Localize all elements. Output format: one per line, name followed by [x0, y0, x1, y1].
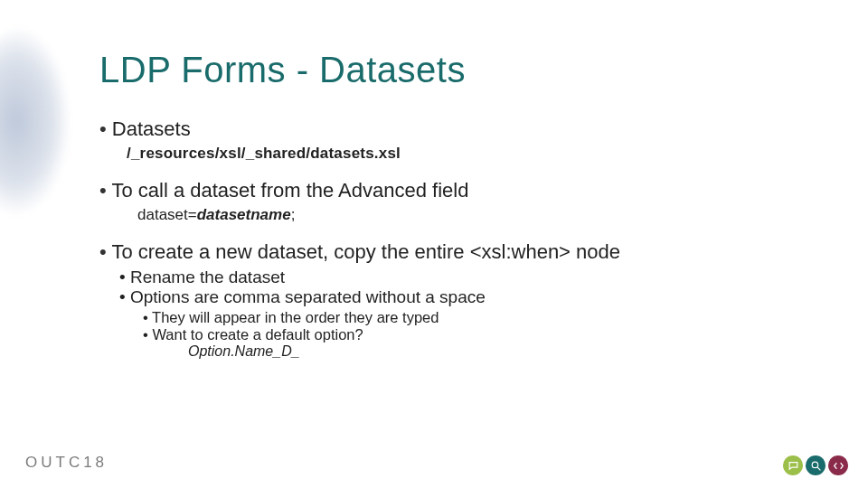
sub-rename: Rename the dataset	[119, 267, 814, 287]
code-icon	[828, 455, 848, 475]
dataset-call-syntax: dataset=datasetname;	[137, 206, 814, 224]
search-icon	[806, 455, 826, 475]
footer-icons	[783, 455, 848, 475]
bullet-list: Datasets /_resources/xsl/_shared/dataset…	[99, 117, 814, 360]
bullet-datasets: Datasets /_resources/xsl/_shared/dataset…	[99, 117, 814, 163]
slide: LDP Forms - Datasets Datasets /_resource…	[0, 0, 868, 488]
bullet-label: Datasets	[112, 117, 191, 140]
bullet-create-dataset: To create a new dataset, copy the entire…	[99, 240, 814, 360]
sub-order: They will appear in the order they are t…	[143, 309, 814, 326]
decorative-watercolor	[0, 27, 81, 262]
dataset-path: /_resources/xsl/_shared/datasets.xsl	[127, 145, 814, 163]
bullet-label-tag: <xsl:when>	[470, 240, 571, 263]
syntax-prefix: dataset=	[137, 206, 197, 223]
syntax-var: datasetname	[197, 206, 291, 223]
slide-content: LDP Forms - Datasets Datasets /_resource…	[99, 50, 814, 376]
svg-line-1	[817, 467, 820, 470]
footer-brand: OUTC18	[25, 454, 108, 472]
chat-icon	[783, 455, 803, 475]
bullet-call-dataset: To call a dataset from the Advanced fiel…	[99, 179, 814, 224]
sub-default: Want to create a default option? Option.…	[143, 326, 814, 360]
default-option-code: Option.Name_D_	[188, 343, 814, 360]
sub-default-label: Want to create a default option?	[152, 326, 363, 343]
sub-options-label: Options are comma separated without a sp…	[130, 287, 486, 306]
sub-sub-list: They will appear in the order they are t…	[143, 309, 814, 360]
syntax-suffix: ;	[291, 206, 296, 223]
bullet-label-pre: To create a new dataset, copy the entire	[111, 240, 469, 263]
sub-list: Rename the dataset Options are comma sep…	[119, 267, 814, 360]
sub-options: Options are comma separated without a sp…	[119, 287, 814, 360]
svg-point-0	[812, 462, 818, 468]
slide-title: LDP Forms - Datasets	[99, 50, 814, 90]
bullet-label: To call a dataset from the Advanced fiel…	[111, 179, 468, 202]
bullet-label-post: node	[571, 240, 620, 263]
